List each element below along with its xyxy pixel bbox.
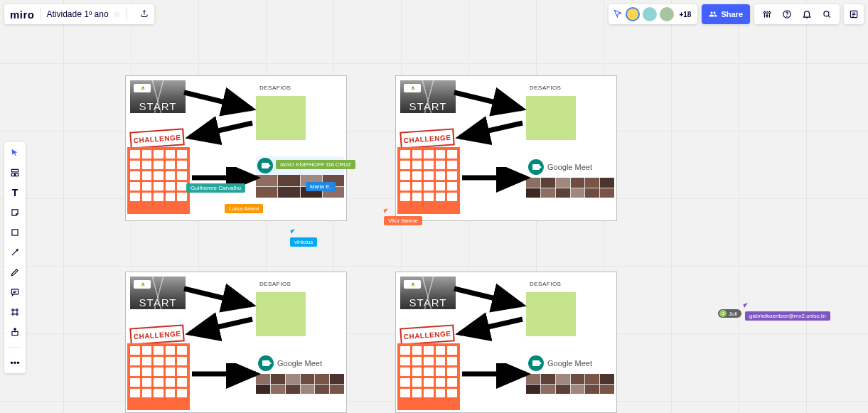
user-cursor-label: vinicius [290, 237, 317, 247]
google-meet-card[interactable]: Google Meet [526, 353, 614, 394]
drive-icon [134, 280, 151, 289]
svg-line-34 [460, 123, 523, 137]
canvas[interactable]: START DESAFIOS CHALLENGE Google Meet STA… [0, 0, 868, 413]
orange-grid[interactable] [127, 147, 190, 214]
arrow-icon[interactable] [181, 116, 267, 151]
drive-icon [134, 84, 151, 92]
google-meet-label: Google Meet [547, 359, 592, 368]
challenge-stamp[interactable]: CHALLENGE [400, 128, 454, 149]
user-cursor-icon [290, 229, 296, 234]
start-text: START [139, 100, 177, 112]
arrow-icon[interactable] [181, 312, 267, 348]
sticky-label: DESAFIOS [259, 281, 291, 287]
orange-grid[interactable] [397, 343, 460, 410]
arrow-icon[interactable] [188, 363, 267, 392]
google-meet-card[interactable]: Google Meet [256, 353, 344, 394]
drive-icon [404, 84, 421, 92]
challenge-stamp[interactable]: CHALLENGE [129, 324, 184, 345]
start-text: START [409, 296, 447, 309]
user-cursor-label: Maria E. [306, 182, 336, 191]
sticky-label: DESAFIOS [259, 85, 291, 91]
user-cursor-label: Guilherme Carvalho [186, 183, 245, 193]
svg-line-39 [454, 289, 522, 305]
svg-line-36 [184, 289, 252, 305]
frame[interactable]: START DESAFIOS CHALLENGE Google Meet [395, 272, 617, 413]
svg-line-40 [460, 319, 523, 333]
google-meet-label: Google Meet [277, 359, 322, 368]
sticky-label: DESAFIOS [530, 281, 561, 287]
user-cursor-icon [743, 303, 749, 308]
svg-line-33 [454, 92, 522, 109]
start-text: START [139, 296, 177, 309]
arrow-icon[interactable] [451, 312, 537, 348]
arrow-icon[interactable] [459, 167, 537, 195]
orange-grid[interactable] [127, 343, 190, 410]
frame[interactable]: START DESAFIOS CHALLENGE Google Meet [125, 75, 347, 221]
sticky-label: DESAFIOS [530, 85, 561, 91]
google-meet-label: Google Meet [547, 163, 592, 171]
challenge-stamp[interactable]: CHALLENGE [400, 324, 454, 345]
frame[interactable]: START DESAFIOS CHALLENGE Google Meet [395, 75, 617, 221]
user-cursor-label: IAGO KNIPHOFF DA CRUZ [276, 160, 355, 169]
orange-grid[interactable] [397, 147, 460, 214]
svg-line-37 [190, 319, 252, 333]
frame[interactable]: START DESAFIOS CHALLENGE Google Meet [125, 272, 347, 413]
svg-line-31 [190, 123, 252, 137]
user-cursor-label: JJuli [718, 309, 741, 318]
user-cursor-icon [383, 208, 389, 213]
challenge-stamp[interactable]: CHALLENGE [129, 128, 184, 149]
svg-line-30 [184, 92, 252, 109]
user-cursor-label: Luisa Arend [225, 204, 263, 213]
start-text: START [409, 100, 447, 112]
user-cursor-label: Vitor Bande [384, 216, 422, 225]
arrow-icon[interactable] [451, 116, 537, 151]
drive-icon [404, 280, 421, 289]
arrow-icon[interactable] [459, 363, 537, 392]
user-cursor-label: gabrielkuentzer@mx2.unisc.br [745, 311, 830, 321]
google-meet-card[interactable]: Google Meet [526, 156, 614, 198]
